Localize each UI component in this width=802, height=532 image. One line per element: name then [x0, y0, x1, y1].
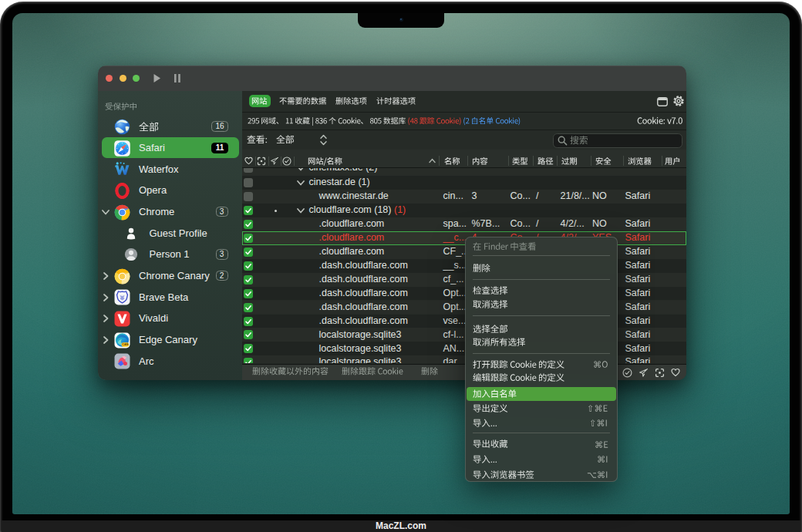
svg-text:CAN: CAN: [122, 343, 128, 346]
